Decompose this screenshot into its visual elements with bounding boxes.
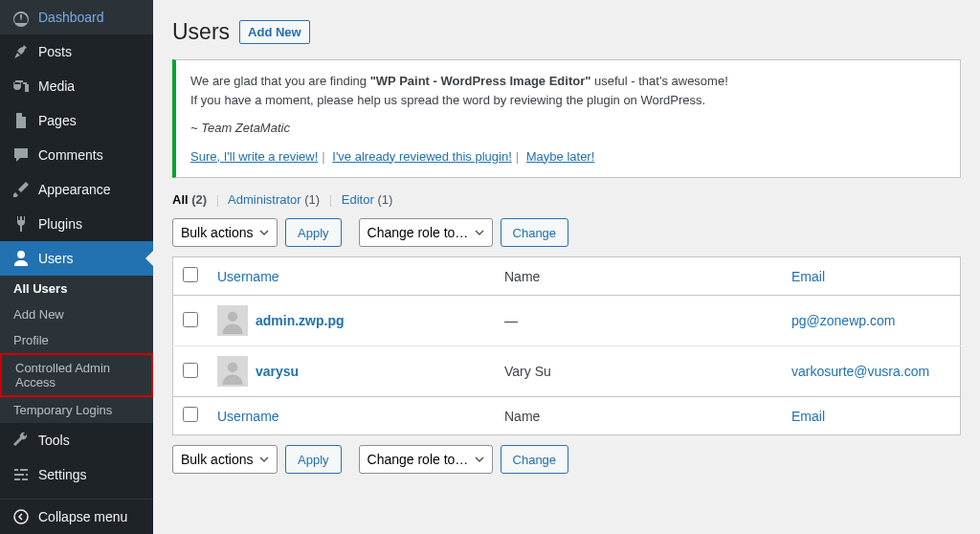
table-row: admin.zwp.pg — pg@zonewp.com — [173, 296, 961, 346]
menu-tools[interactable]: Tools — [0, 423, 153, 457]
review-link-write[interactable]: Sure, I'll write a review! — [190, 149, 318, 164]
notice-line2: If you have a moment, please help us spr… — [190, 91, 946, 110]
name-cell: Vary Su — [495, 346, 782, 397]
col-name: Name — [495, 257, 782, 296]
submenu-temporary-logins[interactable]: Temporary Logins — [0, 397, 153, 423]
menu-comments[interactable]: Comments — [0, 138, 153, 172]
collapse-menu[interactable]: Collapse menu — [0, 499, 153, 534]
menu-label: Comments — [38, 147, 103, 163]
bulk-actions-select-bottom[interactable]: Bulk actions — [172, 445, 278, 474]
notice-links: Sure, I'll write a review!| I've already… — [190, 147, 946, 167]
admin-sidebar: Dashboard Posts Media Pages Comments App… — [0, 0, 153, 534]
menu-dashboard[interactable]: Dashboard — [0, 0, 153, 34]
collapse-icon — [11, 507, 31, 526]
select-all-checkbox-bottom[interactable] — [183, 407, 198, 422]
page-icon — [11, 111, 31, 130]
notice-signature: ~ Team ZetaMatic — [190, 119, 946, 138]
brush-icon — [11, 180, 31, 199]
svg-point-2 — [228, 362, 238, 372]
filter-editor[interactable]: Editor — [342, 192, 374, 207]
menu-label: Dashboard — [38, 10, 104, 25]
change-role-select-bottom[interactable]: Change role to… — [359, 445, 493, 474]
bulk-actions-select[interactable]: Bulk actions — [172, 218, 278, 247]
media-icon — [11, 77, 31, 96]
email-link[interactable]: pg@zonewp.com — [791, 313, 895, 328]
menu-pages[interactable]: Pages — [0, 103, 153, 138]
email-link[interactable]: varkosurte@vusra.com — [791, 364, 929, 379]
change-button-bottom[interactable]: Change — [501, 445, 569, 474]
submenu-add-new[interactable]: Add New — [0, 301, 153, 327]
col-email-foot[interactable]: Email — [782, 397, 961, 435]
tablenav-bottom: Bulk actions Apply Change role to… Chang… — [172, 445, 961, 474]
page-title: Users — [172, 19, 230, 45]
sliders-icon — [11, 465, 31, 484]
menu-label: Plugins — [38, 216, 82, 232]
add-new-button[interactable]: Add New — [239, 20, 310, 44]
collapse-label: Collapse menu — [38, 509, 127, 524]
row-checkbox[interactable] — [183, 312, 198, 327]
submenu-profile[interactable]: Profile — [0, 327, 153, 353]
menu-label: Pages — [38, 113, 77, 128]
plug-icon — [11, 214, 31, 234]
name-cell: — — [495, 296, 782, 346]
menu-plugins[interactable]: Plugins — [0, 207, 153, 241]
menu-users[interactable]: Users — [0, 241, 153, 276]
menu-label: Users — [38, 251, 74, 266]
submenu-controlled-admin-access[interactable]: Controlled Admin Access — [0, 353, 153, 397]
username-link[interactable]: admin.zwp.pg — [256, 313, 345, 328]
review-notice: We are glad that you are finding "WP Pai… — [172, 59, 961, 178]
comments-icon — [11, 145, 31, 165]
users-table: Username Name Email admin.zwp.pg — pg@zo… — [172, 256, 961, 435]
menu-appearance[interactable]: Appearance — [0, 172, 153, 207]
col-name-foot: Name — [495, 397, 782, 435]
dashboard-icon — [11, 8, 31, 27]
review-link-later[interactable]: Maybe later! — [526, 149, 595, 164]
apply-button-bottom[interactable]: Apply — [285, 445, 342, 474]
svg-point-0 — [14, 510, 28, 523]
submenu-users: All Users Add New Profile Controlled Adm… — [0, 276, 153, 423]
menu-label: Media — [38, 78, 75, 94]
col-username-foot[interactable]: Username — [208, 397, 495, 435]
pin-icon — [11, 42, 31, 61]
svg-point-1 — [228, 311, 238, 322]
avatar-icon — [217, 305, 248, 336]
user-icon — [11, 249, 31, 268]
menu-label: Appearance — [38, 182, 111, 197]
avatar-icon — [217, 356, 248, 387]
change-button[interactable]: Change — [501, 218, 569, 247]
menu-label: Posts — [38, 44, 72, 59]
col-username[interactable]: Username — [208, 257, 495, 296]
apply-button[interactable]: Apply — [285, 218, 342, 247]
review-link-already[interactable]: I've already reviewed this plugin! — [332, 149, 511, 164]
menu-posts[interactable]: Posts — [0, 34, 153, 69]
submenu-all-users[interactable]: All Users — [0, 276, 153, 301]
username-link[interactable]: varysu — [256, 364, 299, 379]
role-filter: All (2) | Administrator (1) | Editor (1) — [172, 192, 961, 207]
menu-label: Tools — [38, 433, 70, 448]
menu-media[interactable]: Media — [0, 69, 153, 103]
change-role-select[interactable]: Change role to… — [359, 218, 493, 247]
notice-line1: We are glad that you are finding "WP Pai… — [190, 72, 946, 91]
menu-settings[interactable]: Settings — [0, 457, 153, 492]
main-content: Users Add New We are glad that you are f… — [153, 0, 980, 534]
wrench-icon — [11, 431, 31, 450]
col-email[interactable]: Email — [782, 257, 961, 296]
tablenav-top: Bulk actions Apply Change role to… Chang… — [172, 218, 961, 247]
menu-label: Settings — [38, 467, 87, 482]
row-checkbox[interactable] — [183, 363, 198, 378]
filter-administrator[interactable]: Administrator — [228, 192, 301, 207]
select-all-checkbox[interactable] — [183, 267, 198, 282]
table-row: varysu Vary Su varkosurte@vusra.com — [173, 346, 961, 397]
filter-all[interactable]: All (2) — [172, 192, 207, 207]
